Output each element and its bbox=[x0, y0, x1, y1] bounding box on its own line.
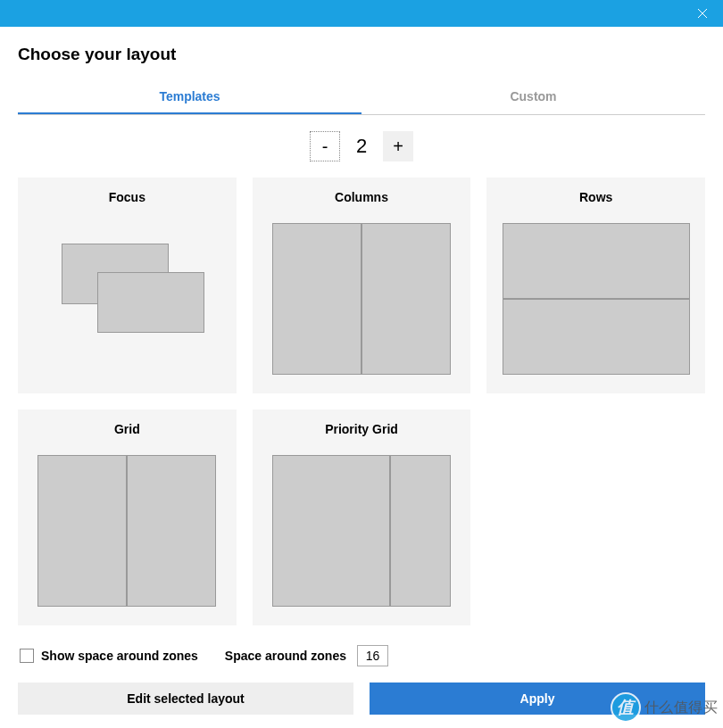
column-zone-2 bbox=[362, 223, 451, 375]
template-title-focus: Focus bbox=[30, 190, 224, 204]
templates-grid: Focus Columns Rows bbox=[18, 178, 705, 625]
template-grid[interactable]: Grid bbox=[18, 410, 237, 625]
close-button[interactable] bbox=[682, 0, 723, 27]
preview-rows bbox=[499, 217, 693, 381]
zone-increment-button[interactable]: + bbox=[383, 131, 413, 161]
template-columns[interactable]: Columns bbox=[253, 178, 471, 393]
zone-counter: - 2 + bbox=[18, 131, 705, 161]
watermark-badge-icon: 值 bbox=[611, 692, 641, 723]
edit-layout-button[interactable]: Edit selected layout bbox=[18, 682, 353, 715]
template-focus[interactable]: Focus bbox=[18, 178, 237, 393]
content-area: Choose your layout Templates Custom - 2 … bbox=[0, 27, 723, 728]
show-space-checkbox[interactable] bbox=[20, 649, 34, 663]
template-title-priority-grid: Priority Grid bbox=[265, 422, 459, 436]
preview-focus bbox=[30, 217, 224, 381]
zone-count-value: 2 bbox=[353, 135, 370, 158]
template-title-rows: Rows bbox=[499, 190, 693, 204]
space-around-wrap: Space around zones bbox=[225, 645, 388, 666]
template-title-columns: Columns bbox=[265, 190, 459, 204]
titlebar bbox=[0, 0, 723, 27]
tab-custom[interactable]: Custom bbox=[362, 82, 705, 114]
priority-zone-side bbox=[390, 455, 451, 607]
grid-zone-1 bbox=[37, 455, 127, 607]
preview-columns bbox=[265, 217, 459, 381]
tab-templates[interactable]: Templates bbox=[18, 82, 362, 114]
column-zone-1 bbox=[272, 223, 362, 375]
options-row: Show space around zones Space around zon… bbox=[18, 645, 705, 666]
buttons-row: Edit selected layout Apply bbox=[18, 682, 705, 715]
focus-zone-2 bbox=[97, 272, 204, 333]
close-icon bbox=[698, 9, 707, 18]
tabs: Templates Custom bbox=[18, 82, 705, 115]
template-title-grid: Grid bbox=[30, 422, 224, 436]
preview-grid bbox=[30, 449, 224, 613]
template-priority-grid[interactable]: Priority Grid bbox=[253, 410, 471, 625]
watermark: 值 什么值得买 bbox=[611, 692, 719, 723]
grid-zone-2 bbox=[127, 455, 216, 607]
space-around-label: Space around zones bbox=[225, 649, 346, 663]
page-title: Choose your layout bbox=[18, 45, 705, 64]
row-zone-1 bbox=[503, 223, 690, 299]
show-space-checkbox-wrap[interactable]: Show space around zones bbox=[20, 649, 198, 663]
row-zone-2 bbox=[503, 299, 690, 375]
priority-zone-main bbox=[272, 455, 390, 607]
zone-decrement-button[interactable]: - bbox=[310, 131, 340, 161]
preview-priority-grid bbox=[265, 449, 459, 613]
watermark-text: 什么值得买 bbox=[644, 699, 719, 717]
space-around-input[interactable] bbox=[357, 645, 388, 666]
template-rows[interactable]: Rows bbox=[486, 178, 705, 393]
show-space-label: Show space around zones bbox=[41, 649, 198, 663]
